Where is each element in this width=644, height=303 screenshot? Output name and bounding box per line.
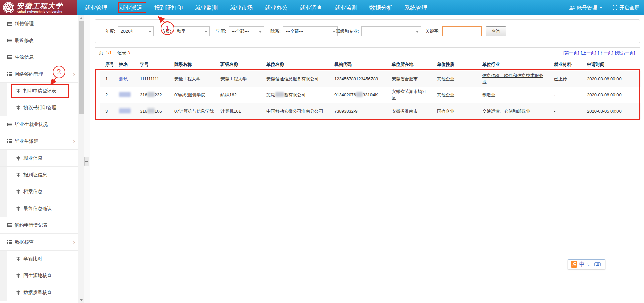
student-name-link[interactable]: [119, 109, 131, 114]
sidebar-item-9[interactable]: 报到证信息: [0, 167, 78, 183]
fullscreen-icon: [613, 5, 617, 10]
sidebar-item-16[interactable]: 数据质量核查: [0, 284, 78, 301]
table-cell: 纺织162: [220, 87, 266, 103]
scroll-up-button[interactable]: [78, 15, 84, 21]
cell-text: 交通运输、仓储和邮政业: [482, 109, 530, 114]
sidebar-item-4[interactable]: 打印申请登记表: [0, 83, 78, 99]
combo-arrow-icon: [205, 31, 207, 33]
sidebar-item-1[interactable]: 最近修改: [0, 32, 78, 49]
sidebar-splitter[interactable]: [84, 15, 90, 303]
ime-punctuation-toggle[interactable]: ’。: [587, 262, 592, 267]
signpost-icon: [16, 156, 21, 161]
student-name-link[interactable]: [119, 92, 131, 97]
column-header: 就业材料: [554, 58, 587, 71]
scrollbar-thumb[interactable]: [79, 21, 84, 114]
search-button[interactable]: 查询: [486, 26, 506, 36]
filter-label: 关键字:: [425, 28, 440, 34]
text-caret: [444, 29, 444, 34]
nav-item-4[interactable]: 就业市场: [230, 4, 253, 12]
student-name-link[interactable]: 测试: [119, 76, 128, 81]
nav-item-7[interactable]: 就业监测: [335, 4, 357, 12]
year-select[interactable]: 2020年: [118, 26, 154, 36]
redacted-blur: [356, 92, 363, 97]
table-cell: 其他企业: [437, 71, 482, 87]
nav-item-1[interactable]: 就业派遣: [119, 4, 142, 12]
table-cell: 07计算机与信息学院: [174, 103, 220, 119]
table-cell: -: [554, 87, 587, 103]
sidebar-item-12[interactable]: 解约申请登记表: [0, 217, 78, 234]
signpost-icon: [16, 273, 21, 278]
keyboard-icon[interactable]: [594, 262, 601, 267]
scroll-down-button[interactable]: [78, 297, 84, 303]
sidebar-item-11[interactable]: 最终信息确认: [0, 200, 78, 217]
list-icon: [7, 21, 12, 26]
column-header: 班级名称: [220, 58, 266, 71]
next-page-link[interactable]: [下一页]: [598, 50, 613, 56]
sogou-logo-icon[interactable]: S: [571, 261, 577, 268]
degree-select[interactable]: ---全部---: [229, 26, 264, 36]
filter-group-2: 学历:---全部---: [216, 26, 264, 36]
sidebar-item-label: 生源信息: [15, 54, 34, 60]
sidebar-item-label: 档案信息: [23, 189, 42, 195]
combo-arrow-icon: [416, 31, 419, 33]
fullscreen-button[interactable]: 开启全屏: [613, 5, 639, 11]
nav-item-8[interactable]: 数据分析: [369, 4, 392, 12]
nav-item-2[interactable]: 报到证打印: [154, 4, 183, 12]
sidebar-item-label: 纠错管理: [15, 21, 34, 27]
sidebar-item-5[interactable]: 协议书打印管理: [0, 99, 78, 116]
sidebar-item-15[interactable]: 回生源地核查: [0, 267, 78, 284]
table-panel: 页: 1/1， 记录:3 [第一页][上一页][下一页][最后一页] 序号姓名学…: [95, 47, 640, 119]
fullscreen-label: 开启全屏: [619, 5, 639, 11]
scheme-select[interactable]: 秋季: [174, 26, 210, 36]
nav-item-5[interactable]: 就业办公: [265, 4, 288, 12]
nav-item-9[interactable]: 系统管理: [404, 4, 427, 12]
combo-arrow-icon: [333, 31, 335, 33]
filter-group-3: 院系:---全部---: [270, 26, 338, 36]
users-icon: [569, 5, 575, 10]
cell-text: 芜湖塑有限公司: [266, 92, 306, 97]
nav-item-0[interactable]: 就业管理: [85, 4, 107, 12]
sidebar-item-3[interactable]: 网络签约管理›: [0, 66, 78, 83]
sidebar-item-7[interactable]: 毕业生派遣›: [0, 133, 78, 150]
sidebar-item-13[interactable]: 数据核查›: [0, 234, 78, 251]
column-header: 学号: [140, 58, 174, 71]
chevron-down-icon: [599, 7, 603, 9]
sidebar-item-14[interactable]: 学籍比对: [0, 251, 78, 267]
grid-list-icon: [7, 139, 12, 143]
sidebar-item-label: 数据核查: [15, 239, 34, 245]
sidebar-item-0[interactable]: 纠错管理: [0, 15, 78, 32]
sidebar-item-2[interactable]: 生源信息: [0, 49, 78, 66]
sidebar-item-label: 解约申请登记表: [15, 222, 48, 228]
sidebar-item-10[interactable]: 档案信息: [0, 183, 78, 200]
grid-list-icon: [7, 240, 12, 244]
chevron-right-icon: ›: [73, 239, 75, 245]
scroll-down-icon: [80, 299, 83, 301]
table-cell: 111111111: [140, 71, 174, 87]
sidebar-item-label: 数据质量核查: [23, 290, 52, 296]
table-cell: 73893832-9: [334, 103, 392, 119]
table-cell: 中国移动安徽公司淮南分公司: [266, 103, 334, 119]
nav-item-3[interactable]: 就业监测: [195, 4, 218, 12]
class-major-select[interactable]: [361, 26, 421, 36]
nav-item-6[interactable]: 就业调查: [300, 4, 323, 12]
cell-text: 其他企业: [437, 76, 454, 81]
ime-status-bar[interactable]: S 中 ’。: [568, 259, 605, 269]
signpost-icon: [16, 189, 21, 194]
sidebar-item-8[interactable]: 就业信息: [0, 150, 78, 167]
department-select[interactable]: ---全部---: [283, 26, 338, 36]
main-nav: 就业管理就业派遣报到证打印就业监测就业市场就业办公就业调查就业监测数据分析系统管…: [85, 4, 427, 12]
splitter-grip-icon[interactable]: [84, 157, 89, 166]
first-page-link[interactable]: [第一页]: [563, 50, 579, 56]
pagination-bar: 页: 1/1， 记录:3 [第一页][上一页][下一页][最后一页]: [95, 48, 640, 58]
last-page-link[interactable]: [最后一页]: [615, 50, 635, 56]
account-menu[interactable]: 账号管理: [569, 5, 603, 11]
keyword-input[interactable]: [442, 26, 482, 36]
ime-language-toggle[interactable]: 中: [579, 261, 585, 268]
sidebar-item-6[interactable]: 毕业生就业状况: [0, 116, 78, 133]
prev-page-link[interactable]: [上一页]: [581, 50, 596, 56]
column-header: 单位所在地: [392, 58, 437, 71]
sidebar-item-label: 学籍比对: [23, 256, 42, 262]
table-cell: 安徽省淮南市: [392, 103, 437, 119]
sidebar-scrollbar[interactable]: [78, 15, 84, 303]
table-cell: 316106: [140, 103, 174, 119]
